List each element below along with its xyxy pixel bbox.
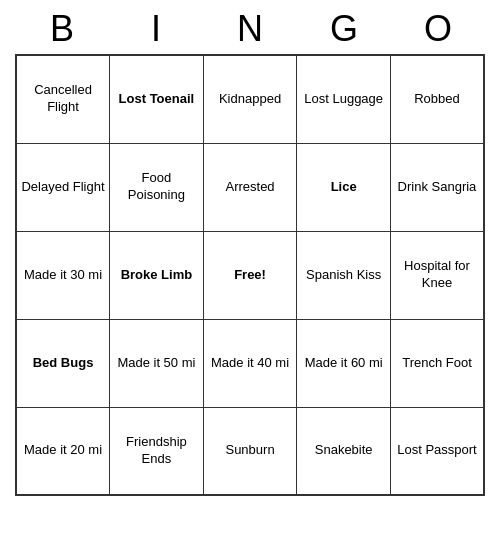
bingo-cell: Robbed xyxy=(390,55,484,143)
bingo-cell: Sunburn xyxy=(203,407,297,495)
bingo-cell: Friendship Ends xyxy=(110,407,204,495)
bingo-cell: Made it 60 mi xyxy=(297,319,391,407)
bingo-cell: Trench Foot xyxy=(390,319,484,407)
bingo-cell: Made it 20 mi xyxy=(16,407,110,495)
table-row: Delayed FlightFood PoisoningArrestedLice… xyxy=(16,143,484,231)
bingo-cell: Broke Limb xyxy=(110,231,204,319)
table-row: Bed BugsMade it 50 miMade it 40 miMade i… xyxy=(16,319,484,407)
bingo-cell: Drink Sangria xyxy=(390,143,484,231)
bingo-cell: Snakebite xyxy=(297,407,391,495)
bingo-cell: Kidnapped xyxy=(203,55,297,143)
bingo-cell: Lost Passport xyxy=(390,407,484,495)
bingo-cell: Lice xyxy=(297,143,391,231)
bingo-cell: Bed Bugs xyxy=(16,319,110,407)
header-letter: O xyxy=(395,8,481,50)
bingo-cell: Arrested xyxy=(203,143,297,231)
bingo-cell: Delayed Flight xyxy=(16,143,110,231)
bingo-cell: Lost Toenail xyxy=(110,55,204,143)
table-row: Cancelled FlightLost ToenailKidnappedLos… xyxy=(16,55,484,143)
bingo-cell: Cancelled Flight xyxy=(16,55,110,143)
bingo-cell: Made it 50 mi xyxy=(110,319,204,407)
header-letter: B xyxy=(19,8,105,50)
table-row: Made it 20 miFriendship EndsSunburnSnake… xyxy=(16,407,484,495)
bingo-cell: Food Poisoning xyxy=(110,143,204,231)
bingo-cell: Made it 40 mi xyxy=(203,319,297,407)
table-row: Made it 30 miBroke LimbFree!Spanish Kiss… xyxy=(16,231,484,319)
bingo-cell: Made it 30 mi xyxy=(16,231,110,319)
bingo-cell: Spanish Kiss xyxy=(297,231,391,319)
bingo-cell: Lost Luggage xyxy=(297,55,391,143)
bingo-cell: Hospital for Knee xyxy=(390,231,484,319)
bingo-header: BINGO xyxy=(15,0,485,54)
header-letter: I xyxy=(113,8,199,50)
header-letter: G xyxy=(301,8,387,50)
bingo-cell: Free! xyxy=(203,231,297,319)
bingo-grid: Cancelled FlightLost ToenailKidnappedLos… xyxy=(15,54,485,496)
header-letter: N xyxy=(207,8,293,50)
